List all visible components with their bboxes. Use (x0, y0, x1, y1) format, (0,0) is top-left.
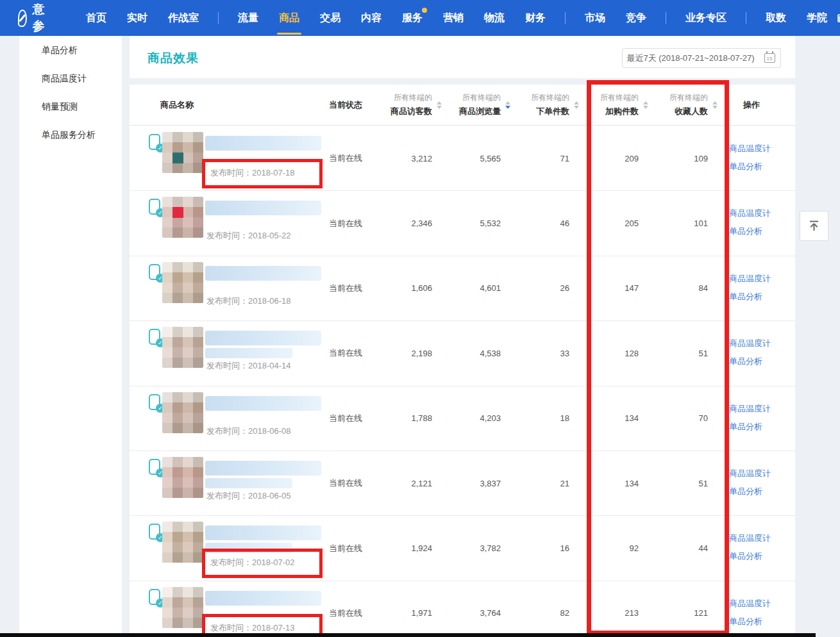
nav-item-流量[interactable]: 流量 (238, 0, 258, 36)
nav-item-label: 学院 (807, 12, 827, 23)
messages-button[interactable]: 消息 (837, 6, 840, 30)
product-title-redacted[interactable] (205, 461, 321, 476)
nav-item-首页[interactable]: 首页 (86, 0, 106, 36)
mail-icon (837, 14, 840, 22)
action-single-item-analysis[interactable]: 单品分析 (729, 356, 762, 367)
product-title-redacted-line2 (205, 478, 292, 488)
row-actions: 商品温度计 单品分析 (729, 516, 787, 580)
nav-item-交易[interactable]: 交易 (320, 0, 340, 36)
nav-item-取数[interactable]: 取数 (766, 0, 786, 36)
action-product-thermometer[interactable]: 商品温度计 (729, 338, 771, 349)
product-image[interactable] (162, 392, 203, 433)
nav-item-市场[interactable]: 市场 (585, 0, 605, 36)
row-actions: 商品温度计 单品分析 (729, 321, 787, 385)
date-range-selector[interactable]: 最近7天 (2018-07-21~2018-07-27) (622, 48, 759, 68)
nav-divider (565, 12, 566, 24)
action-single-item-analysis[interactable]: 单品分析 (729, 486, 762, 497)
nav-divider (666, 12, 666, 24)
action-single-item-analysis[interactable]: 单品分析 (729, 550, 762, 562)
product-title-redacted[interactable] (205, 331, 321, 345)
page-title: 商品效果 (147, 50, 199, 67)
sidebar-item-商品温度计[interactable]: 商品温度计 (19, 64, 122, 92)
action-single-item-analysis[interactable]: 单品分析 (729, 616, 762, 627)
column-header-下单件数[interactable]: 所有终端的 下单件数 (512, 92, 569, 117)
action-product-thermometer[interactable]: 商品温度计 (729, 403, 771, 415)
orders-cell: 33 (512, 321, 569, 385)
product-title-redacted[interactable] (205, 396, 321, 411)
sidebar-item-单品服务分析[interactable]: 单品服务分析 (19, 120, 122, 149)
action-product-thermometer[interactable]: 商品温度计 (729, 468, 771, 479)
brand[interactable]: 生意参谋 (18, 0, 54, 51)
product-image[interactable] (162, 327, 203, 368)
sort-arrows-icon[interactable] (643, 101, 648, 109)
nav-item-实时[interactable]: 实时 (127, 0, 147, 36)
favorites-cell: 101 (650, 191, 708, 255)
column-header-商品访客数[interactable]: 所有终端的 商品访客数 (374, 92, 432, 117)
favorites-cell: 51 (650, 451, 708, 515)
table-header: 商品名称 当前状态 操作 所有终端的 商品访客数 所有终端的 商品浏览量 所有终… (130, 85, 795, 126)
product-image[interactable] (162, 522, 203, 563)
column-header-收藏人数[interactable]: 所有终端的 收藏人数 (650, 92, 708, 117)
table-row: ✓ 发布时间：2018-06-08 当前在线 1,788 4,203 18 13… (130, 386, 795, 451)
sort-arrows-icon[interactable] (437, 101, 442, 109)
mobile-online-icon: ✓ (149, 459, 163, 477)
nav-item-物流[interactable]: 物流 (484, 0, 505, 36)
product-image[interactable] (162, 457, 203, 498)
action-single-item-analysis[interactable]: 单品分析 (729, 421, 762, 433)
nav-item-学院[interactable]: 学院 (807, 0, 827, 36)
product-title-redacted[interactable] (205, 525, 321, 540)
nav-item-内容[interactable]: 内容 (361, 0, 382, 36)
publish-date: 发布时间：2018-06-08 (206, 426, 291, 437)
sort-arrows-icon[interactable] (505, 101, 510, 109)
views-cell: 3,764 (443, 581, 501, 637)
nav-item-作战室[interactable]: 作战室 (168, 0, 199, 36)
bottom-edge-bar (0, 633, 816, 637)
mobile-online-icon: ✓ (149, 394, 163, 412)
mobile-online-icon: ✓ (149, 264, 163, 282)
cart-adds-cell: 134 (581, 386, 639, 451)
product-image[interactable] (162, 587, 203, 628)
orders-cell: 21 (512, 451, 569, 515)
action-single-item-analysis[interactable]: 单品分析 (729, 161, 762, 172)
status-cell: 当前在线 (329, 126, 362, 190)
product-image[interactable] (162, 262, 203, 303)
action-product-thermometer[interactable]: 商品温度计 (729, 533, 771, 544)
nav-item-财务[interactable]: 财务 (525, 0, 546, 36)
action-single-item-analysis[interactable]: 单品分析 (729, 291, 762, 302)
product-title-redacted[interactable] (205, 136, 321, 151)
action-product-thermometer[interactable]: 商品温度计 (729, 598, 771, 609)
calendar-icon: 15 (764, 53, 775, 63)
nav-item-服务[interactable]: 服务 (402, 0, 423, 36)
column-header-加购件数[interactable]: 所有终端的 加购件数 (581, 92, 639, 117)
favorites-cell: 70 (650, 386, 708, 451)
product-title-redacted[interactable] (205, 266, 321, 281)
views-cell: 3,837 (443, 451, 501, 515)
nav-item-label: 取数 (766, 12, 786, 23)
back-to-top-button[interactable] (800, 211, 828, 241)
product-image[interactable] (162, 132, 203, 173)
action-product-thermometer[interactable]: 商品温度计 (729, 273, 771, 285)
nav-item-label: 交易 (320, 12, 340, 23)
action-single-item-analysis[interactable]: 单品分析 (729, 226, 762, 237)
product-image[interactable] (162, 197, 203, 238)
nav-item-商品[interactable]: 商品 (279, 0, 299, 36)
calendar-button[interactable]: 15 (759, 48, 781, 68)
action-product-thermometer[interactable]: 商品温度计 (729, 143, 771, 154)
sidebar-item-销量预测[interactable]: 销量预测 (19, 92, 122, 120)
sort-arrows-icon[interactable] (574, 101, 579, 109)
visitors-cell: 3,212 (374, 126, 432, 190)
favorites-cell: 121 (650, 581, 708, 637)
column-header-商品浏览量[interactable]: 所有终端的 商品浏览量 (443, 92, 501, 117)
col-current-status: 当前状态 (329, 85, 362, 126)
action-product-thermometer[interactable]: 商品温度计 (729, 208, 771, 219)
product-title-redacted[interactable] (205, 201, 321, 215)
nav-item-营销[interactable]: 营销 (443, 0, 464, 36)
nav-item-竞争[interactable]: 竞争 (626, 0, 646, 36)
product-title-redacted[interactable] (205, 591, 321, 606)
nav-item-label: 财务 (525, 12, 546, 23)
mobile-online-icon: ✓ (149, 134, 163, 152)
sort-arrows-icon[interactable] (712, 101, 718, 109)
nav-item-业务专区[interactable]: 业务专区 (685, 0, 727, 36)
column-header-prefix: 所有终端的 (374, 92, 432, 103)
mobile-online-icon: ✓ (149, 589, 163, 607)
